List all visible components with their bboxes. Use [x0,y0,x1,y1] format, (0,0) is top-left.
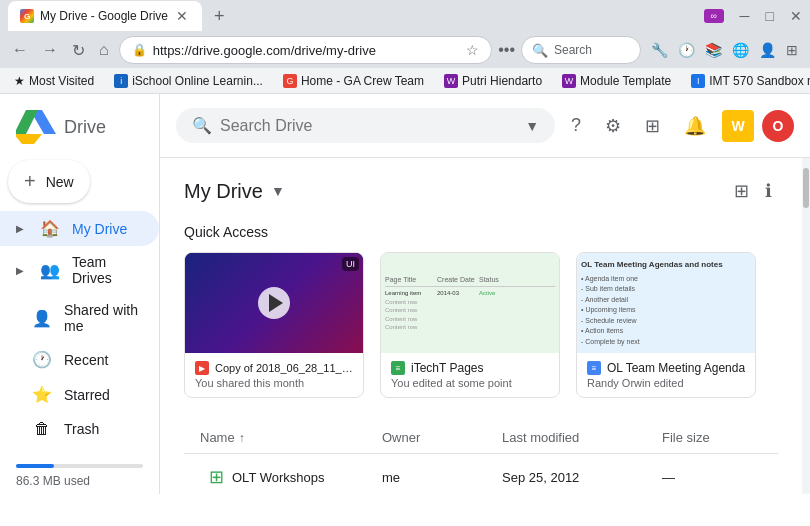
search-bar[interactable]: 🔍 ▼ [176,108,555,143]
person-icon[interactable]: 👤 [755,38,780,62]
sidebar-item-starred[interactable]: ⭐ Starred [0,377,159,412]
avatar-w[interactable]: W [722,110,754,142]
storage-bar-background [16,464,143,468]
sidebar-item-my-drive[interactable]: ▶ 🏠 My Drive [0,211,159,246]
back-button[interactable]: ← [8,37,32,63]
minimize-button[interactable]: ─ [740,8,750,24]
sidebar-item-shared[interactable]: 👤 Shared with me [0,294,159,342]
bookmark-imt[interactable]: I IMT 570 Sandbox new ... [685,72,810,90]
wrench-icon[interactable]: 🔧 [647,38,672,62]
bookmark-label: Module Template [580,74,671,88]
qa-card-sub: Randy Orwin edited [587,377,745,389]
sidebar-item-trash[interactable]: 🗑 Trash [0,412,159,446]
close-button[interactable]: ✕ [790,8,802,24]
bookmark-star-icon[interactable]: ☆ [466,42,479,58]
settings-button[interactable]: ⚙ [597,107,629,145]
qa-card-sub: You edited at some point [391,377,549,389]
scrollbar[interactable] [802,158,810,494]
col-size-header[interactable]: File size [662,430,762,445]
more-options-button[interactable]: ••• [498,41,515,59]
new-tab-button[interactable]: + [206,2,233,31]
refresh-button[interactable]: ↻ [68,37,89,64]
grid-view-button[interactable]: ⊞ [728,174,755,208]
sidebar-item-label: My Drive [72,221,127,237]
file-name: OLT Workshops [232,470,324,485]
bookmark-most-visited[interactable]: ★ Most Visited [8,72,100,90]
bookmark-putri[interactable]: W Putri Hiendarto [438,72,548,90]
expand-icon: ▶ [16,223,24,234]
sidebar-item-label: Trash [64,421,99,437]
new-button-label: New [46,174,74,190]
app-header: 🔍 ▼ ? ⚙ ⊞ 🔔 W O [160,94,810,158]
file-name-cell: OLT Workshops [232,470,382,485]
trash-icon: 🗑 [32,420,52,438]
qa-card-doc[interactable]: OL Team Meeting Agendas and notes • Agen… [576,252,756,398]
quick-access-title: Quick Access [184,224,778,240]
help-button[interactable]: ? [563,107,589,144]
window-controls: ∞ ─ □ ✕ [704,8,802,24]
qa-card-video[interactable]: UI ▶ [184,252,364,398]
search-caret-icon[interactable]: ▼ [525,118,539,134]
info-button[interactable]: ℹ [759,174,778,208]
forward-button[interactable]: → [38,37,62,63]
video-file-icon: ▶ [195,361,209,375]
col-owner-header[interactable]: Owner [382,430,502,445]
sheets-icon: ⊞ [209,466,224,488]
storage-bar-fill [16,464,54,468]
sidebar-item-label: Team Drives [72,254,143,286]
chrome-search-box[interactable]: 🔍 Search [521,36,641,64]
chrome-search-text: Search [554,43,592,57]
address-bar[interactable]: 🔒 https://drive.google.com/drive/my-driv… [119,36,493,64]
sheets-thumbnail: Page Title Create Date Status Learning i… [381,253,559,353]
file-size: — [662,470,762,485]
content-wrapper: My Drive ▼ ⊞ ℹ Quick Access [160,158,810,494]
recent-icon: 🕐 [32,350,52,369]
col-modified-header[interactable]: Last modified [502,430,662,445]
tab-bar: G My Drive - Google Drive ✕ + [8,0,233,32]
putri-icon: W [444,74,458,88]
doc-file-icon: ≡ [587,361,601,375]
sidebar-item-label: Shared with me [64,302,143,334]
my-drive-icon: 🏠 [40,219,60,238]
tab-close-button[interactable]: ✕ [174,6,190,26]
qa-card-name: ≡ OL Team Meeting Agendas [587,361,745,375]
search-input[interactable] [220,117,517,135]
qa-card-sheets[interactable]: Page Title Create Date Status Learning i… [380,252,560,398]
bookmark-ga-crew[interactable]: G Home - GA Crew Team [277,72,430,90]
page-title-caret-icon[interactable]: ▼ [271,183,285,199]
globe-icon[interactable]: 🌐 [728,38,753,62]
apps-button[interactable]: ⊞ [637,107,668,145]
chrome-search-icon: 🔍 [532,43,548,58]
drive-logo-icon [16,110,56,144]
maximize-button[interactable]: □ [766,8,774,24]
modified-col-label: Last modified [502,430,579,445]
notifications-button[interactable]: 🔔 [676,107,714,145]
storage-used-text: 86.3 MB used [16,474,143,488]
omnibar-row: ← → ↻ ⌂ 🔒 https://drive.google.com/drive… [0,32,810,68]
team-drives-icon: 👥 [40,261,60,280]
extension-icon[interactable]: ∞ [704,9,724,23]
thumbnail-overlay: UI [342,257,359,271]
col-name-header[interactable]: Name ↑ [200,430,382,445]
expand-icon: ▶ [16,265,24,276]
bookmark-module[interactable]: W Module Template [556,72,677,90]
clock-icon[interactable]: 🕐 [674,38,699,62]
qa-card-name-text: Copy of 2018_06_28_11_34_07.mp4 [215,362,353,374]
bookmark-ischool[interactable]: i iSchool Online Learnin... [108,72,269,90]
grid-icon[interactable]: ⊞ [782,38,802,62]
app-container: Drive + New ▶ 🏠 My Drive ▶ 👥 Team Drives… [0,94,810,494]
bookmark-label: iSchool Online Learnin... [132,74,263,88]
avatar-o[interactable]: O [762,110,794,142]
scrollbar-thumb[interactable] [803,168,809,208]
qa-card-info: ≡ iTechT Pages You edited at some point [381,353,559,397]
active-tab[interactable]: G My Drive - Google Drive ✕ [8,1,202,31]
new-button[interactable]: + New [8,160,90,203]
home-button[interactable]: ⌂ [95,37,113,63]
books-icon[interactable]: 📚 [701,38,726,62]
drive-logo-area: Drive [0,102,159,160]
browser-chrome: G My Drive - Google Drive ✕ + ∞ ─ □ ✕ ← … [0,0,810,94]
sidebar-item-team-drives[interactable]: ▶ 👥 Team Drives [0,246,159,294]
table-row[interactable]: ⊞ OLT Workshops me Sep 25, 2012 — [184,458,778,494]
sidebar-item-recent[interactable]: 🕐 Recent [0,342,159,377]
shared-icon: 👤 [32,309,52,328]
